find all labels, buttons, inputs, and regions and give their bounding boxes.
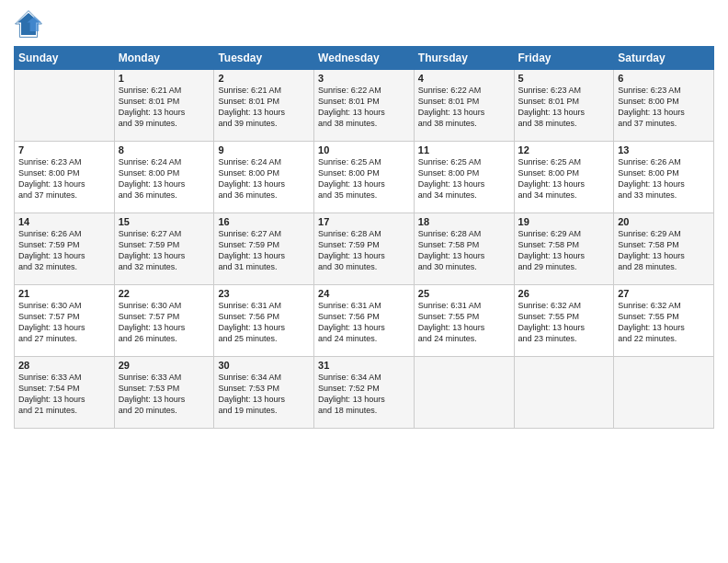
day-number: 15 <box>119 216 210 227</box>
week-row-2: 7Sunrise: 6:23 AM Sunset: 8:00 PM Daylig… <box>15 142 714 213</box>
day-number: 23 <box>218 288 310 299</box>
day-number: 10 <box>318 144 410 155</box>
header-cell-thursday: Thursday <box>414 47 514 70</box>
day-number: 28 <box>18 360 110 371</box>
calendar-cell: 7Sunrise: 6:23 AM Sunset: 8:00 PM Daylig… <box>15 142 115 213</box>
calendar-cell <box>414 357 514 429</box>
calendar-cell: 18Sunrise: 6:28 AM Sunset: 7:58 PM Dayli… <box>414 213 514 285</box>
day-number: 31 <box>318 360 410 371</box>
calendar-cell: 3Sunrise: 6:22 AM Sunset: 8:01 PM Daylig… <box>314 70 415 142</box>
day-content: Sunrise: 6:27 AM Sunset: 7:59 PM Dayligh… <box>218 228 310 273</box>
day-number: 17 <box>318 216 410 227</box>
calendar-cell: 24Sunrise: 6:31 AM Sunset: 7:56 PM Dayli… <box>314 285 415 357</box>
calendar-cell: 6Sunrise: 6:23 AM Sunset: 8:00 PM Daylig… <box>614 70 714 142</box>
day-number: 24 <box>318 288 410 299</box>
week-row-1: 1Sunrise: 6:21 AM Sunset: 8:01 PM Daylig… <box>15 70 714 142</box>
calendar-cell: 1Sunrise: 6:21 AM Sunset: 8:01 PM Daylig… <box>114 70 214 142</box>
day-number: 14 <box>18 216 110 227</box>
day-content: Sunrise: 6:21 AM Sunset: 8:01 PM Dayligh… <box>119 85 210 130</box>
day-content: Sunrise: 6:23 AM Sunset: 8:00 PM Dayligh… <box>18 156 110 201</box>
calendar-cell: 16Sunrise: 6:27 AM Sunset: 7:59 PM Dayli… <box>214 213 314 285</box>
logo-icon <box>14 9 43 39</box>
calendar-cell <box>15 70 115 142</box>
calendar-cell: 28Sunrise: 6:33 AM Sunset: 7:54 PM Dayli… <box>15 357 115 429</box>
day-number: 1 <box>119 73 210 84</box>
calendar-cell <box>614 357 714 429</box>
day-number: 7 <box>18 144 110 155</box>
day-content: Sunrise: 6:29 AM Sunset: 7:58 PM Dayligh… <box>618 228 710 273</box>
calendar-cell: 27Sunrise: 6:32 AM Sunset: 7:55 PM Dayli… <box>614 285 714 357</box>
day-number: 25 <box>418 288 510 299</box>
calendar-cell: 31Sunrise: 6:34 AM Sunset: 7:52 PM Dayli… <box>314 357 415 429</box>
day-content: Sunrise: 6:26 AM Sunset: 8:00 PM Dayligh… <box>618 156 710 201</box>
day-content: Sunrise: 6:28 AM Sunset: 7:58 PM Dayligh… <box>418 228 510 273</box>
day-number: 13 <box>618 144 710 155</box>
week-row-4: 21Sunrise: 6:30 AM Sunset: 7:57 PM Dayli… <box>15 285 714 357</box>
day-content: Sunrise: 6:26 AM Sunset: 7:59 PM Dayligh… <box>18 228 110 273</box>
day-content: Sunrise: 6:31 AM Sunset: 7:56 PM Dayligh… <box>218 300 310 345</box>
calendar-cell: 9Sunrise: 6:24 AM Sunset: 8:00 PM Daylig… <box>214 142 314 213</box>
day-content: Sunrise: 6:31 AM Sunset: 7:56 PM Dayligh… <box>318 300 410 345</box>
calendar-cell: 23Sunrise: 6:31 AM Sunset: 7:56 PM Dayli… <box>214 285 314 357</box>
calendar-cell: 19Sunrise: 6:29 AM Sunset: 7:58 PM Dayli… <box>514 213 614 285</box>
calendar-body: 1Sunrise: 6:21 AM Sunset: 8:01 PM Daylig… <box>15 70 714 429</box>
calendar-cell: 11Sunrise: 6:25 AM Sunset: 8:00 PM Dayli… <box>414 142 514 213</box>
day-number: 11 <box>418 144 510 155</box>
calendar-table: SundayMondayTuesdayWednesdayThursdayFrid… <box>14 46 714 429</box>
day-content: Sunrise: 6:31 AM Sunset: 7:55 PM Dayligh… <box>418 300 510 345</box>
day-content: Sunrise: 6:23 AM Sunset: 8:01 PM Dayligh… <box>518 85 610 130</box>
day-number: 30 <box>218 360 310 371</box>
day-number: 2 <box>218 73 310 84</box>
day-content: Sunrise: 6:24 AM Sunset: 8:00 PM Dayligh… <box>119 156 210 201</box>
calendar-cell: 26Sunrise: 6:32 AM Sunset: 7:55 PM Dayli… <box>514 285 614 357</box>
day-content: Sunrise: 6:29 AM Sunset: 7:58 PM Dayligh… <box>518 228 610 273</box>
day-content: Sunrise: 6:25 AM Sunset: 8:00 PM Dayligh… <box>318 156 410 201</box>
day-content: Sunrise: 6:32 AM Sunset: 7:55 PM Dayligh… <box>518 300 610 345</box>
calendar-cell: 25Sunrise: 6:31 AM Sunset: 7:55 PM Dayli… <box>414 285 514 357</box>
calendar-header: SundayMondayTuesdayWednesdayThursdayFrid… <box>15 47 714 70</box>
calendar-cell: 29Sunrise: 6:33 AM Sunset: 7:53 PM Dayli… <box>114 357 214 429</box>
calendar-cell: 2Sunrise: 6:21 AM Sunset: 8:01 PM Daylig… <box>214 70 314 142</box>
day-content: Sunrise: 6:22 AM Sunset: 8:01 PM Dayligh… <box>418 85 510 130</box>
calendar-cell: 8Sunrise: 6:24 AM Sunset: 8:00 PM Daylig… <box>114 142 214 213</box>
day-number: 4 <box>418 73 510 84</box>
header-cell-friday: Friday <box>514 47 614 70</box>
day-number: 5 <box>518 73 610 84</box>
calendar-cell: 21Sunrise: 6:30 AM Sunset: 7:57 PM Dayli… <box>15 285 115 357</box>
header <box>14 9 714 39</box>
calendar-cell: 5Sunrise: 6:23 AM Sunset: 8:01 PM Daylig… <box>514 70 614 142</box>
day-number: 8 <box>119 144 210 155</box>
day-number: 29 <box>119 360 210 371</box>
day-content: Sunrise: 6:23 AM Sunset: 8:00 PM Dayligh… <box>618 85 710 130</box>
day-content: Sunrise: 6:28 AM Sunset: 7:59 PM Dayligh… <box>318 228 410 273</box>
page: SundayMondayTuesdayWednesdayThursdayFrid… <box>0 0 728 563</box>
day-number: 16 <box>218 216 310 227</box>
header-cell-monday: Monday <box>114 47 214 70</box>
day-content: Sunrise: 6:27 AM Sunset: 7:59 PM Dayligh… <box>119 228 210 273</box>
day-number: 21 <box>18 288 110 299</box>
day-number: 22 <box>119 288 210 299</box>
header-cell-tuesday: Tuesday <box>214 47 314 70</box>
calendar-cell: 12Sunrise: 6:25 AM Sunset: 8:00 PM Dayli… <box>514 142 614 213</box>
day-content: Sunrise: 6:25 AM Sunset: 8:00 PM Dayligh… <box>418 156 510 201</box>
day-number: 27 <box>618 288 710 299</box>
calendar-cell: 15Sunrise: 6:27 AM Sunset: 7:59 PM Dayli… <box>114 213 214 285</box>
calendar-cell: 10Sunrise: 6:25 AM Sunset: 8:00 PM Dayli… <box>314 142 415 213</box>
calendar-cell: 30Sunrise: 6:34 AM Sunset: 7:53 PM Dayli… <box>214 357 314 429</box>
day-content: Sunrise: 6:34 AM Sunset: 7:53 PM Dayligh… <box>218 372 310 417</box>
header-cell-sunday: Sunday <box>15 47 115 70</box>
day-content: Sunrise: 6:22 AM Sunset: 8:01 PM Dayligh… <box>318 85 410 130</box>
day-content: Sunrise: 6:33 AM Sunset: 7:53 PM Dayligh… <box>119 372 210 417</box>
day-number: 12 <box>518 144 610 155</box>
calendar-cell: 22Sunrise: 6:30 AM Sunset: 7:57 PM Dayli… <box>114 285 214 357</box>
calendar-cell: 17Sunrise: 6:28 AM Sunset: 7:59 PM Dayli… <box>314 213 415 285</box>
calendar-cell: 13Sunrise: 6:26 AM Sunset: 8:00 PM Dayli… <box>614 142 714 213</box>
week-row-5: 28Sunrise: 6:33 AM Sunset: 7:54 PM Dayli… <box>15 357 714 429</box>
day-content: Sunrise: 6:33 AM Sunset: 7:54 PM Dayligh… <box>18 372 110 417</box>
day-number: 26 <box>518 288 610 299</box>
calendar-cell: 14Sunrise: 6:26 AM Sunset: 7:59 PM Dayli… <box>15 213 115 285</box>
day-content: Sunrise: 6:21 AM Sunset: 8:01 PM Dayligh… <box>218 85 310 130</box>
calendar-cell <box>514 357 614 429</box>
calendar-cell: 20Sunrise: 6:29 AM Sunset: 7:58 PM Dayli… <box>614 213 714 285</box>
day-content: Sunrise: 6:34 AM Sunset: 7:52 PM Dayligh… <box>318 372 410 417</box>
